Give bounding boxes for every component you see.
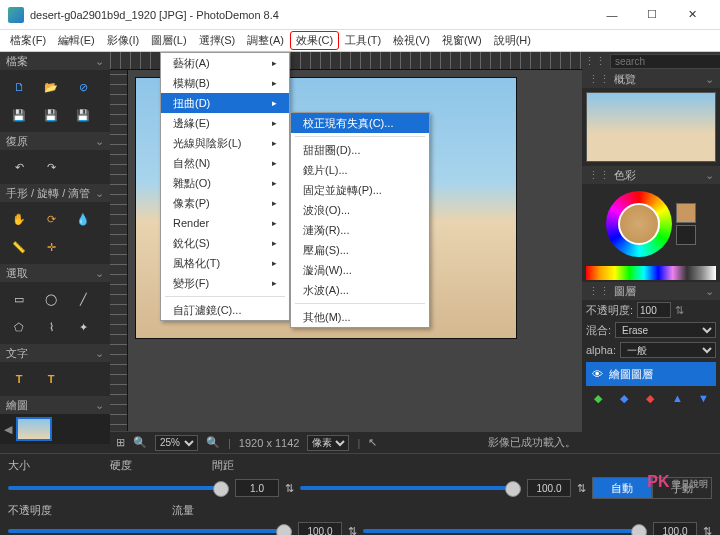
menu-4[interactable]: 選擇(S) xyxy=(193,31,242,50)
panel-preview[interactable]: ⋮⋮概覽⌄ xyxy=(582,70,720,88)
ellipse-select-icon[interactable]: ◯ xyxy=(36,286,66,312)
flow-input[interactable] xyxy=(653,522,697,535)
menu-8[interactable]: 檢視(V) xyxy=(387,31,436,50)
rotate-icon[interactable]: ⟳ xyxy=(36,206,66,232)
undo-icon[interactable]: ↶ xyxy=(4,154,34,180)
menu-3[interactable]: 圖層(L) xyxy=(145,31,192,50)
save-icon[interactable]: 💾 xyxy=(4,102,34,128)
close-button[interactable]: ✕ xyxy=(672,1,712,29)
panel-text[interactable]: 文字⌄ xyxy=(0,344,110,362)
distort-item[interactable]: 甜甜圈(D)... xyxy=(291,140,429,160)
unit-select[interactable]: 像素 xyxy=(307,435,349,451)
eyedropper-icon[interactable]: 💧 xyxy=(68,206,98,232)
rect-select-icon[interactable]: ▭ xyxy=(4,286,34,312)
fg-swatch[interactable] xyxy=(676,203,696,223)
flow-slider[interactable] xyxy=(363,529,647,533)
hardness-slider[interactable] xyxy=(300,486,521,490)
effects-item[interactable]: 變形(F)▸ xyxy=(161,273,289,293)
distort-item[interactable]: 漣漪(R)... xyxy=(291,220,429,240)
new-icon[interactable]: 🗋 xyxy=(4,74,34,100)
layer-down-icon[interactable]: ▼ xyxy=(698,392,716,410)
redo-icon[interactable]: ↷ xyxy=(36,154,66,180)
panel-undo[interactable]: 復原⌄ xyxy=(0,132,110,150)
preview-thumbnail[interactable] xyxy=(586,92,716,162)
layer-up-icon[interactable]: ▲ xyxy=(672,392,690,410)
menu-2[interactable]: 影像(I) xyxy=(101,31,145,50)
text-icon[interactable]: T xyxy=(4,366,34,392)
hardness-input[interactable] xyxy=(527,479,571,497)
effects-item[interactable]: 像素(P)▸ xyxy=(161,193,289,213)
crosshair-icon[interactable]: ✛ xyxy=(36,234,66,260)
panel-hand[interactable]: 手形 / 旋轉 / 滴管⌄ xyxy=(0,184,110,202)
distort-item[interactable]: 校正現有失真(C)... xyxy=(291,113,429,133)
panel-select[interactable]: 選取⌄ xyxy=(0,264,110,282)
stepper-icon[interactable]: ⇅ xyxy=(675,304,684,317)
zoom-select[interactable]: 25% xyxy=(155,435,198,451)
menu-5[interactable]: 調整(A) xyxy=(241,31,290,50)
maximize-button[interactable]: ☐ xyxy=(632,1,672,29)
effects-item[interactable]: 模糊(B)▸ xyxy=(161,73,289,93)
stepper-icon[interactable]: ⇅ xyxy=(703,525,712,536)
distort-item[interactable]: 其他(M)... xyxy=(291,307,429,327)
menu-1[interactable]: 編輯(E) xyxy=(52,31,101,50)
distort-item[interactable]: 波浪(O)... xyxy=(291,200,429,220)
image-thumbnail[interactable] xyxy=(16,417,52,441)
effects-item[interactable]: Render▸ xyxy=(161,213,289,233)
zoom-in-icon[interactable]: 🔍 xyxy=(206,436,220,449)
eye-icon[interactable]: 👁 xyxy=(592,368,603,380)
layer-add-icon[interactable]: ◆ xyxy=(594,392,612,410)
close-file-icon[interactable]: ⊘ xyxy=(68,74,98,100)
stepper-icon[interactable]: ⇅ xyxy=(285,482,294,495)
menu-7[interactable]: 工具(T) xyxy=(339,31,387,50)
saveas-icon[interactable]: 💾 xyxy=(36,102,66,128)
lasso-icon[interactable]: ⌇ xyxy=(36,314,66,340)
opacity-input[interactable] xyxy=(637,302,671,318)
effects-item[interactable]: 扭曲(D)▸ xyxy=(161,93,289,113)
auto-tab[interactable]: 自動 xyxy=(592,477,652,499)
panel-draw[interactable]: 繪圖⌄ xyxy=(0,396,110,414)
panel-file[interactable]: 檔案⌄ xyxy=(0,52,110,70)
effects-item[interactable]: 自然(N)▸ xyxy=(161,153,289,173)
distort-item[interactable]: 水波(A)... xyxy=(291,280,429,300)
search-input[interactable] xyxy=(610,54,720,69)
effects-item[interactable]: 藝術(A)▸ xyxy=(161,53,289,73)
effects-item[interactable]: 銳化(S)▸ xyxy=(161,233,289,253)
effects-item[interactable]: 自訂濾鏡(C)... xyxy=(161,300,289,320)
minimize-button[interactable]: — xyxy=(592,1,632,29)
line-select-icon[interactable]: ╱ xyxy=(68,286,98,312)
layer-dup-icon[interactable]: ◆ xyxy=(620,392,638,410)
layer-del-icon[interactable]: ◆ xyxy=(646,392,664,410)
effects-item[interactable]: 雜點(O)▸ xyxy=(161,173,289,193)
menu-9[interactable]: 視窗(W) xyxy=(436,31,488,50)
panel-color[interactable]: ⋮⋮色彩⌄ xyxy=(582,166,720,184)
menu-10[interactable]: 說明(H) xyxy=(488,31,537,50)
alpha-select[interactable]: 一般 xyxy=(620,342,716,358)
blend-select[interactable]: Erase xyxy=(615,322,716,338)
savecopy-icon[interactable]: 💾 xyxy=(68,102,98,128)
stepper-icon[interactable]: ⇅ xyxy=(348,525,357,536)
size-input[interactable] xyxy=(235,479,279,497)
opacity-input[interactable] xyxy=(298,522,342,535)
poly-select-icon[interactable]: ⬠ xyxy=(4,314,34,340)
wand-icon[interactable]: ✦ xyxy=(68,314,98,340)
zoom-out-icon[interactable]: 🔍 xyxy=(133,436,147,449)
panel-layers[interactable]: ⋮⋮圖層⌄ xyxy=(582,282,720,300)
distort-item[interactable]: 鏡片(L)... xyxy=(291,160,429,180)
distort-item[interactable]: 壓扁(S)... xyxy=(291,240,429,260)
color-wheel[interactable] xyxy=(606,191,672,257)
effects-item[interactable]: 邊緣(E)▸ xyxy=(161,113,289,133)
effects-item[interactable]: 風格化(T)▸ xyxy=(161,253,289,273)
text-adv-icon[interactable]: T xyxy=(36,366,66,392)
fit-icon[interactable]: ⊞ xyxy=(116,436,125,449)
distort-item[interactable]: 漩渦(W)... xyxy=(291,260,429,280)
effects-item[interactable]: 光線與陰影(L)▸ xyxy=(161,133,289,153)
prev-thumb-icon[interactable]: ◀ xyxy=(4,423,12,436)
menu-6[interactable]: 效果(C) xyxy=(290,31,339,50)
color-palette[interactable] xyxy=(586,266,716,280)
size-slider[interactable] xyxy=(8,486,229,490)
bg-swatch[interactable] xyxy=(676,225,696,245)
stepper-icon[interactable]: ⇅ xyxy=(577,482,586,495)
distort-item[interactable]: 固定並旋轉(P)... xyxy=(291,180,429,200)
layer-item[interactable]: 👁繪圖圖層 xyxy=(586,362,716,386)
open-icon[interactable]: 📂 xyxy=(36,74,66,100)
